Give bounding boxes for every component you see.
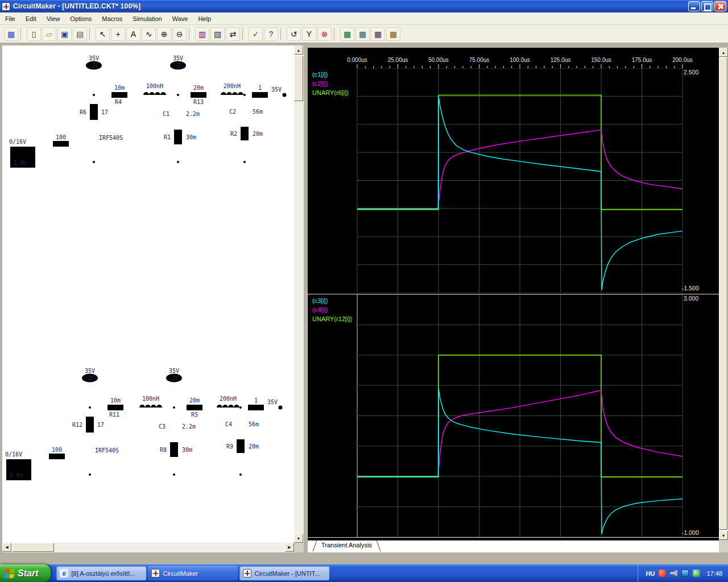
toolbar-separator (189, 28, 193, 40)
tab-transient-analysis[interactable]: Transient Analysis (312, 541, 381, 551)
legend-item[interactable]: (c2[i]) (312, 79, 349, 88)
open-button[interactable]: ▱ (42, 27, 56, 41)
legend-item[interactable]: UNARY(r12[i]) (312, 314, 352, 323)
zoom-in-button[interactable]: ⊕ (157, 27, 171, 41)
scrollbar-corner (719, 540, 728, 552)
task-button[interactable]: CircuitMaker - [UNTIT... (239, 566, 329, 580)
help-button[interactable]: ? (264, 27, 278, 41)
wire-tool-button[interactable]: ∿ (142, 27, 156, 41)
waveform-window: 0.000us25.00us50.00us75.00us100.0us125.0… (308, 48, 728, 552)
scope-digital-button[interactable]: ▦ (355, 27, 370, 41)
print-button[interactable]: ▤ (73, 27, 87, 41)
schematic-label: 100nH (142, 396, 159, 402)
network-tray-icon[interactable] (693, 569, 700, 577)
schematic-label: 10m (110, 397, 121, 404)
scroll-up-button[interactable]: ▲ (719, 48, 728, 57)
schematic-label: 17 (97, 422, 104, 428)
toolbar-separator (242, 28, 246, 40)
waveform-vertical-scrollbar[interactable]: ▲ ▼ (719, 48, 728, 540)
schematic-label: 200nH (220, 396, 237, 402)
scroll-right-button[interactable]: ▶ (285, 543, 294, 552)
antivirus-tray-icon[interactable] (659, 569, 666, 577)
menu-edit[interactable]: Edit (20, 14, 42, 24)
menu-help[interactable]: Help (193, 14, 216, 24)
schematic-canvas[interactable]: 35V.IC35V.IC10mR4100nH20mR13200nH135VR61… (2, 45, 294, 543)
schematic-window: 35V.IC35V.IC10mR4100nH20mR13200nH135VR61… (2, 45, 304, 552)
schematic-horizontal-scrollbar[interactable]: ◀ ▶ (2, 543, 294, 552)
fit-to-page-button[interactable]: ▥ (195, 27, 209, 41)
toolbar-separator (334, 28, 338, 40)
schematic-label: 2.2m (182, 423, 196, 430)
text-tool-button[interactable]: A (126, 27, 140, 41)
refresh-button[interactable]: ▧ (210, 27, 225, 41)
schematic-label: 35V (89, 55, 99, 61)
save-button[interactable]: ▣ (57, 27, 72, 41)
menu-macros[interactable]: Macros (97, 14, 127, 24)
scroll-down-button[interactable]: ▼ (719, 531, 728, 540)
toolbar: ▦▯▱▣▤↖+A∿⊕⊖▥▧⇄✓?↺Y⊗▦▦▦▦ (0, 25, 728, 43)
scope-waveforms-button[interactable]: ▦ (340, 27, 354, 41)
menu-file[interactable]: File (0, 14, 20, 24)
task-button[interactable]: CircuitMaker (148, 566, 238, 580)
schematic-label: 35V (267, 399, 278, 405)
schematic-vertical-scrollbar[interactable]: ▲ ▼ (294, 45, 304, 543)
start-button[interactable]: Start (0, 564, 51, 582)
schematic-label: .IC (173, 63, 183, 69)
plot-bottom[interactable]: (c3[i])(c4[i])UNARY(r12[i]) 3.000 -1.000 (308, 294, 719, 537)
menu-simulation[interactable]: Simulation (127, 14, 167, 24)
waveform-plot-area[interactable]: 0.000us25.00us50.00us75.00us100.0us125.0… (308, 48, 719, 540)
display-tray-icon[interactable] (681, 569, 689, 577)
mixed-signal-button[interactable]: ▦ (4, 27, 18, 41)
task-button[interactable]: e[8] A-osztályú erősítő... (56, 566, 146, 580)
x-tick-label: 100.0us (506, 57, 533, 63)
pan-view-button[interactable]: ⇄ (226, 27, 240, 41)
clock[interactable]: 17:48 (706, 570, 722, 577)
schematic-label: R12 (72, 422, 82, 428)
volume-tray-icon[interactable] (670, 569, 677, 577)
legend: (c1[i])(c2[i])UNARY(r6[i]) (312, 70, 349, 97)
plot-top[interactable]: (c1[i])(c2[i])UNARY(r6[i]) 2.500 -1.500 (308, 68, 719, 293)
schematic-label: R6 (80, 109, 86, 115)
time-axis: 0.000us25.00us50.00us75.00us100.0us125.0… (308, 48, 719, 68)
legend-item[interactable]: (c1[i]) (312, 70, 349, 79)
schematic-label: R1 (164, 134, 171, 140)
legend-item[interactable]: (c4[i]) (312, 305, 352, 314)
schematic-label: 1 Hz (14, 160, 27, 166)
reset-button[interactable]: ↺ (287, 27, 301, 41)
menu-options[interactable]: Options (65, 14, 97, 24)
schematic-label: 56m (253, 109, 263, 115)
close-button[interactable] (714, 1, 726, 11)
select-tool-button[interactable]: ↖ (96, 27, 110, 41)
menu-wave[interactable]: Wave (167, 14, 193, 24)
schematic-label: 1 (254, 397, 258, 404)
legend-item[interactable]: UNARY(r6[i]) (312, 88, 349, 97)
x-tick-label: 25.00us (384, 57, 412, 63)
menu-bar: FileEditViewOptionsMacrosSimulationWaveH… (0, 13, 728, 25)
schematic-label: 56m (249, 421, 259, 427)
scroll-up-button[interactable]: ▲ (294, 45, 303, 55)
schematic-label: 100 (56, 134, 66, 140)
scope-analog-button[interactable]: ▦ (371, 27, 385, 41)
rule-check-button[interactable]: ✓ (249, 27, 263, 41)
zoom-out-button[interactable]: ⊖ (172, 27, 187, 41)
task-label: CircuitMaker - [UNTIT... (254, 570, 320, 577)
minimize-button[interactable] (688, 1, 700, 11)
schematic-label: 35V (271, 86, 282, 93)
scroll-down-button[interactable]: ▼ (294, 534, 303, 543)
scrollbar-thumb[interactable] (719, 57, 727, 530)
maximize-button[interactable] (701, 1, 713, 11)
scope-setup-button[interactable]: ▦ (386, 27, 400, 41)
menu-view[interactable]: View (42, 14, 65, 24)
scroll-left-button[interactable]: ◀ (2, 543, 11, 552)
scrollbar-thumb[interactable] (12, 543, 54, 552)
schematic-label: 30m (182, 447, 192, 453)
schematic-label: C3 (159, 423, 166, 430)
language-indicator[interactable]: HU (646, 570, 655, 577)
add-part-button[interactable]: + (111, 27, 125, 41)
probe-tool-button[interactable]: Y (302, 27, 316, 41)
y-min-label: -1.000 (682, 529, 699, 536)
new-button[interactable]: ▯ (27, 27, 41, 41)
legend-item[interactable]: (c3[i]) (312, 296, 352, 305)
scrollbar-thumb[interactable] (294, 56, 303, 101)
stop-simulation-button[interactable]: ⊗ (317, 27, 332, 41)
